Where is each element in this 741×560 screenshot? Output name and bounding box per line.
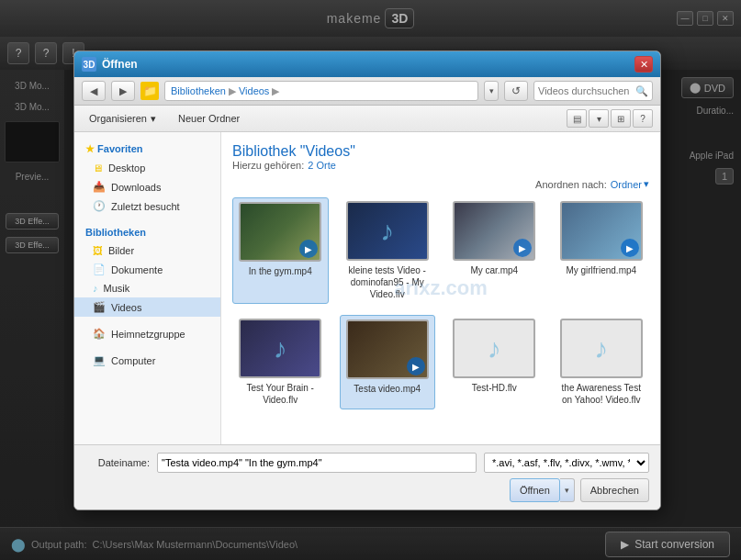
filetype-select[interactable]: *.avi, *.asf, *.flv, *.divx, *.wmv, * bbox=[484, 453, 649, 473]
view-btn-help[interactable]: ? bbox=[633, 109, 653, 128]
left-item-desktop[interactable]: 🖥 Desktop bbox=[74, 159, 220, 177]
file-item-hd[interactable]: ♪ Test-HD.flv bbox=[446, 315, 543, 409]
left-item-musik[interactable]: ♪ Musik bbox=[74, 279, 220, 297]
file-name-gf: My girlfriend.mp4 bbox=[566, 264, 636, 276]
folder-nav-icon: 📁 bbox=[140, 82, 159, 100]
file-item-testa[interactable]: ▶ Testa video.mp4 bbox=[340, 315, 436, 409]
library-link[interactable]: 2 Orte bbox=[308, 160, 336, 171]
sort-label: Anordnen nach: bbox=[535, 179, 607, 190]
dialog-overlay: 3D Öffnen ✕ ◀ ▶ 📁 Bibliotheken ▶ Videos … bbox=[0, 0, 741, 560]
computer-icon: 💻 bbox=[93, 354, 106, 366]
file-item-gf[interactable]: ▶ My girlfriend.mp4 bbox=[554, 197, 650, 304]
dialog-close-button[interactable]: ✕ bbox=[634, 56, 653, 73]
recent-label: Zuletzt besucht bbox=[111, 201, 180, 212]
file-thumb-car: ▶ bbox=[453, 201, 535, 261]
nav-forward-button[interactable]: ▶ bbox=[111, 81, 135, 101]
file-grid: ▶ In the gym.mp4 ♪ kleine tests Video - … bbox=[232, 197, 649, 409]
view-dropdown-btn[interactable]: ▾ bbox=[589, 109, 609, 128]
sort-value: Ordner bbox=[611, 179, 642, 190]
filename-input[interactable] bbox=[157, 453, 477, 473]
left-item-bilder[interactable]: 🖼 Bilder bbox=[74, 241, 220, 260]
breadcrumb: Bibliotheken ▶ Videos ▶ bbox=[164, 81, 478, 101]
favorites-section: ★ Favoriten 🖥 Desktop 📥 Downloads 🕐 bbox=[74, 140, 220, 216]
dialog-title: 3D Öffnen bbox=[82, 57, 138, 72]
dialog-title-bar: 3D Öffnen ✕ bbox=[74, 51, 660, 77]
search-box: 🔍 bbox=[533, 81, 653, 101]
subtitle-prefix: Hierzu gehören: bbox=[232, 160, 304, 171]
organize-label: Organisieren bbox=[89, 113, 147, 124]
organize-button[interactable]: Organisieren ▾ bbox=[82, 110, 163, 128]
musik-label: Musik bbox=[104, 283, 130, 294]
left-item-dokumente[interactable]: 📄 Dokumente bbox=[74, 260, 220, 279]
left-item-computer[interactable]: 💻 Computer bbox=[74, 351, 220, 370]
dialog-title-text: Öffnen bbox=[102, 58, 138, 71]
breadcrumb-sep-1: ▶ bbox=[229, 85, 236, 97]
homegroup-label: Heimnetzgruppe bbox=[111, 329, 185, 340]
filename-row: Dateiname: *.avi, *.asf, *.flv, *.divx, … bbox=[85, 453, 649, 473]
libraries-header: Bibliotheken bbox=[74, 223, 220, 241]
library-title: Bibliothek "Videos" bbox=[232, 143, 649, 160]
file-name-kleine: kleine tests Video - dominofan95 - My Vi… bbox=[346, 264, 429, 300]
refresh-button[interactable]: ↺ bbox=[504, 81, 528, 101]
file-thumb-kleine: ♪ bbox=[346, 201, 429, 261]
open-dropdown-arrow[interactable]: ▾ bbox=[560, 478, 575, 502]
downloads-icon: 📥 bbox=[93, 181, 106, 193]
dialog-bottom: Dateiname: *.avi, *.asf, *.flv, *.divx, … bbox=[74, 444, 660, 510]
right-file-panel: Bibliothek "Videos" Hierzu gehören: 2 Or… bbox=[221, 132, 660, 444]
breadcrumb-sep-2: ▶ bbox=[272, 85, 279, 97]
videos-icon: 🎬 bbox=[93, 301, 106, 313]
file-item-kleine[interactable]: ♪ kleine tests Video - dominofan95 - My … bbox=[340, 197, 436, 304]
sort-bar: Anordnen nach: Ordner ▾ bbox=[232, 178, 649, 190]
file-name-testa: Testa video.mp4 bbox=[354, 383, 421, 395]
file-thumb-gf: ▶ bbox=[560, 201, 643, 261]
search-input[interactable] bbox=[538, 85, 635, 96]
file-item-brain[interactable]: ♪ Test Your Brain - Video.flv bbox=[232, 315, 329, 409]
open-button-group: Öffnen ▾ bbox=[510, 478, 575, 502]
sort-arrow: ▾ bbox=[644, 178, 649, 190]
bilder-label: Bilder bbox=[108, 245, 134, 256]
file-thumb-gym: ▶ bbox=[239, 202, 321, 262]
view-btn-1[interactable]: ▤ bbox=[567, 109, 587, 128]
left-item-downloads[interactable]: 📥 Downloads bbox=[74, 177, 220, 196]
open-dialog: 3D Öffnen ✕ ◀ ▶ 📁 Bibliotheken ▶ Videos … bbox=[73, 50, 661, 510]
file-item-awareness[interactable]: ♪ the Awareness Test on Yahoo! Video.flv bbox=[554, 315, 650, 409]
search-icon: 🔍 bbox=[635, 85, 648, 97]
left-item-recent[interactable]: 🕐 Zuletzt besucht bbox=[74, 196, 220, 216]
desktop-label: Desktop bbox=[108, 162, 145, 174]
file-name-awareness: the Awareness Test on Yahoo! Video.flv bbox=[560, 382, 643, 406]
play-overlay-car: ▶ bbox=[513, 239, 532, 257]
new-folder-button[interactable]: Neuer Ordner bbox=[171, 110, 247, 127]
play-overlay-gf: ▶ bbox=[621, 239, 639, 257]
cancel-button[interactable]: Abbrechen bbox=[580, 478, 649, 502]
library-header: Bibliothek "Videos" Hierzu gehören: 2 Or… bbox=[232, 143, 649, 171]
organize-arrow: ▾ bbox=[151, 113, 156, 125]
dialog-body: ★ Favoriten 🖥 Desktop 📥 Downloads 🕐 bbox=[74, 132, 660, 444]
breadcrumb-item-1[interactable]: Bibliotheken bbox=[171, 85, 226, 96]
nav-back-button[interactable]: ◀ bbox=[82, 81, 106, 101]
videos-label: Videos bbox=[111, 302, 141, 313]
music-icon-hd: ♪ bbox=[488, 333, 501, 364]
file-item-car[interactable]: ▶ My car.mp4 bbox=[446, 197, 543, 304]
open-button[interactable]: Öffnen bbox=[510, 478, 560, 502]
view-buttons: ▤ ▾ ⊞ ? bbox=[567, 109, 653, 128]
libraries-section: Bibliotheken 🖼 Bilder 📄 Dokumente ♪ bbox=[74, 223, 220, 317]
computer-section: 💻 Computer bbox=[74, 351, 220, 370]
dialog-nav: ◀ ▶ 📁 Bibliotheken ▶ Videos ▶ ▾ ↺ 🔍 bbox=[74, 77, 660, 106]
sort-link[interactable]: Ordner ▾ bbox=[611, 178, 649, 190]
left-panel: ★ Favoriten 🖥 Desktop 📥 Downloads 🕐 bbox=[74, 132, 221, 444]
file-thumb-awareness: ♪ bbox=[560, 319, 643, 378]
play-overlay-gym: ▶ bbox=[299, 240, 318, 258]
music-icon-kleine: ♪ bbox=[380, 216, 394, 247]
file-item-gym[interactable]: ▶ In the gym.mp4 bbox=[232, 197, 329, 304]
file-thumb-brain: ♪ bbox=[239, 319, 321, 378]
downloads-label: Downloads bbox=[111, 182, 161, 193]
left-item-videos[interactable]: 🎬 Videos bbox=[74, 297, 220, 317]
breadcrumb-item-2[interactable]: Videos bbox=[239, 85, 269, 96]
dialog-toolbar: Organisieren ▾ Neuer Ordner ▤ ▾ ⊞ ? bbox=[74, 106, 660, 132]
left-item-homegroup[interactable]: 🏠 Heimnetzgruppe bbox=[74, 324, 220, 343]
breadcrumb-dropdown[interactable]: ▾ bbox=[484, 81, 499, 101]
app-window: makeme 3D — □ ✕ ? ? ! 3D Mo... 3D Mo... … bbox=[0, 0, 741, 560]
file-name-hd: Test-HD.flv bbox=[472, 382, 517, 394]
view-btn-2[interactable]: ⊞ bbox=[611, 109, 631, 128]
play-overlay-testa: ▶ bbox=[407, 357, 425, 375]
